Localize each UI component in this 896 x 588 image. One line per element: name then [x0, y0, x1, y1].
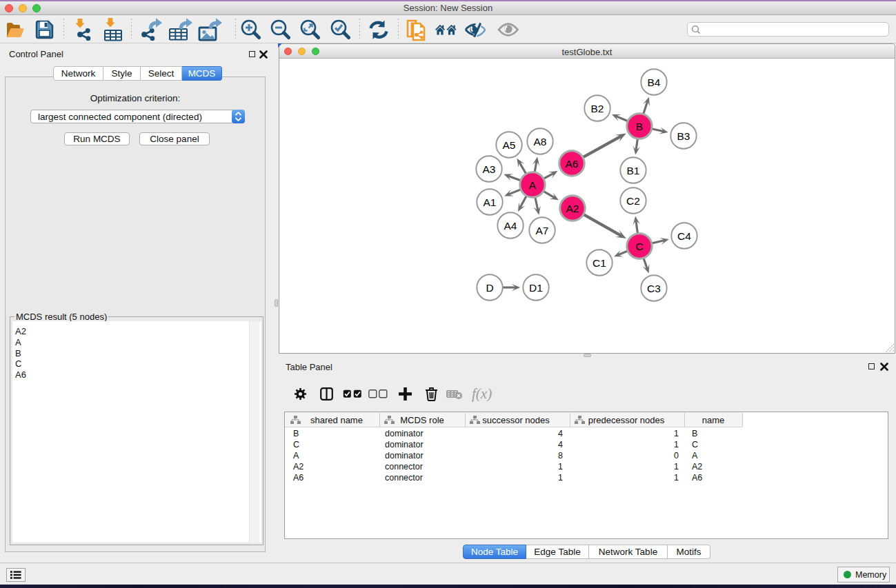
- svg-text:A1: A1: [484, 196, 497, 208]
- svg-text:A3: A3: [483, 163, 496, 175]
- svg-text:D1: D1: [529, 282, 543, 294]
- svg-text:A6: A6: [566, 158, 579, 170]
- svg-text:C3: C3: [647, 283, 661, 294]
- svg-text:B: B: [636, 121, 643, 132]
- svg-text:C1: C1: [593, 257, 606, 269]
- svg-text:B3: B3: [677, 130, 690, 142]
- svg-text:B1: B1: [627, 165, 640, 176]
- svg-text:A8: A8: [534, 136, 547, 148]
- svg-text:C2: C2: [626, 195, 640, 207]
- svg-text:A: A: [529, 179, 537, 191]
- svg-text:B4: B4: [648, 77, 661, 88]
- svg-text:C4: C4: [677, 230, 691, 242]
- svg-text:A4: A4: [504, 220, 517, 232]
- svg-text:C: C: [635, 241, 643, 252]
- svg-text:A2: A2: [566, 203, 579, 214]
- svg-text:D: D: [486, 282, 493, 294]
- svg-text:A7: A7: [536, 225, 549, 236]
- svg-text:B2: B2: [591, 103, 604, 114]
- svg-text:A5: A5: [503, 139, 516, 151]
